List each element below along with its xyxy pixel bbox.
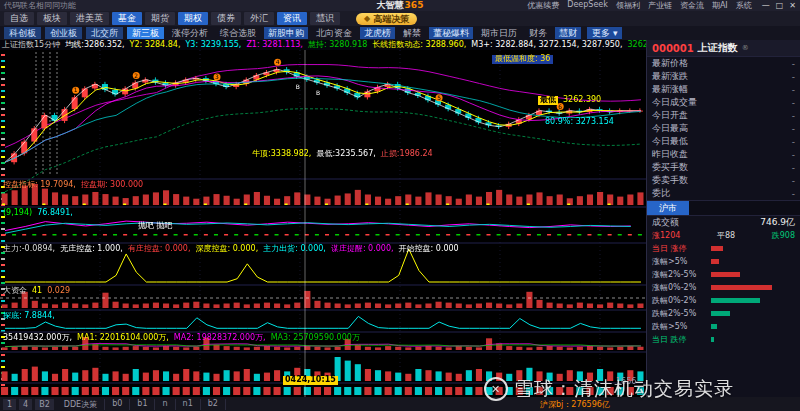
quote-row-5: 今日最高- (647, 122, 800, 135)
quote-row-8: 委买手数- (647, 161, 800, 174)
submenu-item-3[interactable]: 新三板 (127, 27, 164, 39)
submenu-item-7[interactable]: 北向资金 (312, 27, 356, 40)
titlebar-link-1[interactable]: DeepSeek (567, 0, 608, 11)
quote-row-label: 委比 (652, 187, 670, 200)
titlebar-link-5[interactable]: 期AI (712, 0, 728, 11)
stock-name: 上证指数 (698, 41, 738, 55)
menu-item-4[interactable]: 期货 (145, 12, 175, 25)
titlebar-link-0[interactable]: 优惠续费 (527, 0, 559, 11)
menu-item-7[interactable]: 外汇 (244, 12, 274, 25)
submenu-item-10[interactable]: 董秘爆料 (429, 27, 473, 39)
menu-item-9[interactable]: 慧识 (310, 12, 340, 25)
quote-row-label: 昨日收盘 (652, 148, 688, 161)
submenu-items: 科创板创业板北交所新三板涨停分析综合选股新股申购北向资金龙虎榜解禁董秘爆料期市日… (4, 27, 581, 40)
quote-row-label: 最新价格 (652, 57, 688, 70)
distribution-row-0: 当日 涨停 (647, 242, 800, 255)
quote-row-label: 今日最高 (652, 122, 688, 135)
distribution-row-5: 跌幅2%-5% (647, 307, 800, 320)
submenu-item-11[interactable]: 期市日历 (477, 27, 521, 40)
distribution-bar (711, 246, 723, 251)
distribution-bar (711, 285, 772, 290)
decliners-count: 跌908 (772, 230, 795, 241)
window-controls: —□✕ (762, 1, 796, 10)
titlebar-link-3[interactable]: 产业链 (648, 0, 672, 11)
status-cell-2[interactable]: B2 (35, 399, 54, 410)
distribution-label: 涨幅0%-2% (652, 282, 708, 293)
minimize-icon[interactable]: — (762, 1, 770, 10)
quote-row-value: - (792, 150, 795, 160)
readout-segment-6: 长线指数动态: 3288.960, (372, 40, 466, 50)
vip-decision-button[interactable]: ◆ 高端决策 (356, 13, 417, 25)
titlebar-link-2[interactable]: 领福利 (616, 0, 640, 11)
quote-row-7: 昨日收盘- (647, 148, 800, 161)
submenu-item-6[interactable]: 新股申购 (264, 27, 308, 39)
readout-segment-2: Y2: 3284.84, (130, 40, 181, 50)
menu-item-3[interactable]: 基金 (112, 12, 142, 25)
turnover-value: 746.9亿 (760, 216, 795, 229)
menu-item-6[interactable]: 债券 (211, 12, 241, 25)
quote-row-value: - (792, 176, 795, 186)
status-tab-3[interactable]: n (155, 399, 175, 410)
status-cell-0[interactable]: 1 (3, 399, 16, 410)
status-tab-5[interactable]: b2 (201, 399, 226, 410)
tab-shanghai-market[interactable]: 沪市 (647, 201, 689, 215)
status-tab-1[interactable]: b0 (105, 399, 130, 410)
status-tab-4[interactable]: n1 (176, 399, 201, 410)
chart-canvas[interactable] (0, 50, 646, 397)
menu-item-5[interactable]: 期权 (178, 12, 208, 25)
distribution-label: 涨幅2%-5% (652, 269, 708, 280)
status-cell-1[interactable]: 4 (19, 399, 32, 410)
main-menu-bar: 自选板块港美英基金期货期权债券外汇资讯慧识 ◆ 高端决策 (0, 11, 800, 26)
menu-item-2[interactable]: 港美英 (70, 12, 109, 25)
distribution-label: 跌幅>5% (652, 321, 708, 332)
submenu-item-5[interactable]: 综合选股 (216, 27, 260, 40)
close-icon[interactable]: ✕ (789, 1, 796, 10)
distribution-label: 跌幅0%-2% (652, 295, 708, 306)
dazhihui-app: 代码联名相同同功能 大智慧365 优惠续费DeepSeek领福利产业链资金流期A… (0, 0, 800, 411)
menu-item-0[interactable]: 自选 (4, 12, 34, 25)
menu-items: 自选板块港美英基金期货期权债券外汇资讯慧识 (4, 12, 340, 25)
menu-item-8[interactable]: 资讯 (277, 12, 307, 25)
submenu-item-1[interactable]: 创业板 (45, 27, 82, 39)
advancers-count: 涨1204 (652, 230, 680, 241)
submenu-item-4[interactable]: 涨停分析 (168, 27, 212, 40)
distribution-bar (711, 259, 719, 264)
quote-row-label: 委买手数 (652, 161, 688, 174)
submenu-item-12[interactable]: 财务 (525, 27, 551, 40)
quote-row-value: - (792, 85, 795, 95)
readout-segment-7: M3+: 3282.884, 3272.154, 3287.950, (471, 40, 622, 50)
quote-row-6: 今日最低- (647, 135, 800, 148)
maximize-icon[interactable]: □ (776, 1, 784, 10)
status-tab-0[interactable]: DDE决策 (57, 399, 105, 410)
quote-row-value: - (792, 163, 795, 173)
more-button[interactable]: 更多 ▾ (587, 27, 622, 39)
titlebar-links: 优惠续费DeepSeek领福利产业链资金流期AI系统 (527, 0, 751, 11)
quote-row-label: 今日最低 (652, 135, 688, 148)
submenu-item-8[interactable]: 龙虎榜 (360, 27, 395, 39)
readout-segment-0: 上证指数15分钟 (2, 40, 60, 50)
titlebar-link-6[interactable]: 系统 (736, 0, 752, 11)
distribution-row-7: 当日 跌停 (647, 333, 800, 346)
title-left-note: 代码联名相同同功能 (4, 0, 76, 11)
turnover-label: 成交额 (652, 216, 679, 229)
quote-row-label: 最新涨跌 (652, 70, 688, 83)
submenu-item-9[interactable]: 解禁 (399, 27, 425, 40)
title-bar: 代码联名相同同功能 大智慧365 优惠续费DeepSeek领福利产业链资金流期A… (0, 0, 800, 11)
submenu-item-0[interactable]: 科创板 (4, 27, 41, 39)
menu-item-1[interactable]: 板块 (37, 12, 67, 25)
stock-sup-icon: ® (742, 44, 749, 52)
distribution-row-4: 跌幅0%-2% (647, 294, 800, 307)
readout-segment-8: 3262.390, (627, 40, 646, 50)
distribution-label: 跌幅2%-5% (652, 308, 708, 319)
market-turnover-total: 沪深bj：276596亿 (540, 399, 610, 410)
titlebar-link-4[interactable]: 资金流 (680, 0, 704, 11)
distribution-bar (711, 298, 760, 303)
submenu-item-13[interactable]: 慧财 (555, 27, 581, 39)
stock-code: 000001 (652, 43, 694, 54)
submenu-item-2[interactable]: 北交所 (86, 27, 123, 39)
distribution-label: 涨幅>5% (652, 256, 708, 267)
status-tabs: DDE决策b0b1nn1b2 (57, 399, 226, 410)
status-bar: 14B2 DDE决策b0b1nn1b2 沪深bj：276596亿 (0, 397, 800, 411)
readout-segment-5: 慧持: 3280.918 (308, 40, 367, 50)
status-tab-2[interactable]: b1 (130, 399, 155, 410)
